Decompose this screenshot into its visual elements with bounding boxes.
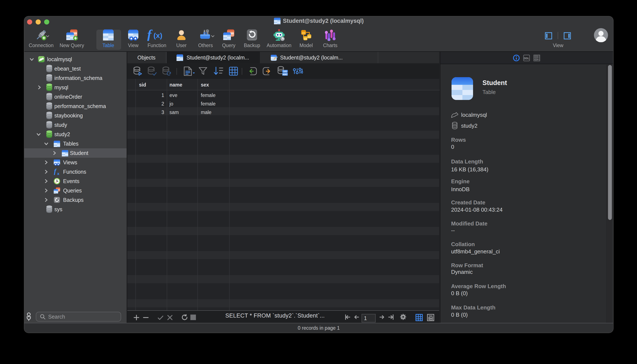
svg-text:ABC: ABC: [282, 73, 288, 76]
svg-text:101: 101: [283, 70, 287, 73]
svg-text:(x): (x): [154, 31, 162, 40]
svg-text:x: x: [57, 171, 60, 176]
svg-text:f: f: [54, 168, 57, 175]
svg-text:f: f: [147, 29, 153, 41]
svg-text:DDL: DDL: [524, 57, 529, 60]
